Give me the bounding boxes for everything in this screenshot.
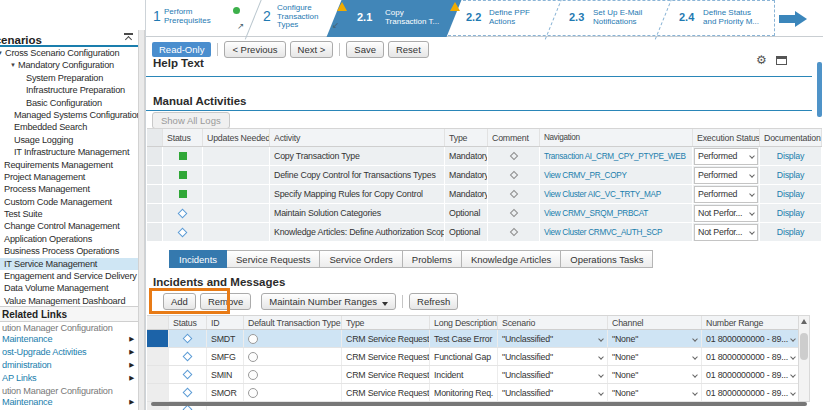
- tab-service-orders[interactable]: Service Orders: [320, 250, 402, 268]
- table-row[interactable]: Knowledge Articles: Define Authorization…: [147, 223, 822, 242]
- next-button[interactable]: Next >: [290, 41, 334, 58]
- row-selector-cell[interactable]: [147, 384, 169, 401]
- previous-button[interactable]: < Previous: [224, 41, 285, 58]
- scenario-dropdown[interactable]: "Unclassified": [498, 330, 608, 347]
- table-row[interactable]: SMOR CRM Service Request Monitoring Req.…: [147, 384, 799, 402]
- channel-dropdown[interactable]: "None": [608, 348, 702, 365]
- sidebar-item-basic-configuration[interactable]: Basic Configuration: [0, 97, 138, 109]
- column-header-documentation[interactable]: Documentation: [760, 129, 822, 146]
- display-link[interactable]: Display: [777, 151, 804, 161]
- column-header-status[interactable]: Status: [169, 316, 207, 329]
- table-row[interactable]: SMFG CRM Service Request Functional Gap …: [147, 348, 799, 366]
- column-header-id[interactable]: ID: [207, 316, 244, 329]
- default-transaction-type-radio[interactable]: [248, 352, 258, 362]
- column-header-status[interactable]: Status: [163, 129, 203, 146]
- sidebar-item-requirements-management[interactable]: Requirements Management: [0, 159, 138, 171]
- number-range-dropdown[interactable]: 01 8000000000 - 89...: [702, 330, 799, 347]
- sidebar-item-process-management[interactable]: Process Management: [0, 183, 138, 195]
- table-row[interactable]: Specify Mapping Rules for Copy Control M…: [147, 185, 822, 204]
- related-link-sap-links[interactable]: AP Links ▶: [0, 372, 138, 385]
- default-transaction-type-radio[interactable]: [248, 334, 258, 344]
- column-header-navigation[interactable]: Navigation: [540, 129, 693, 146]
- save-button[interactable]: Save: [346, 41, 384, 58]
- maintain-number-ranges-button[interactable]: Maintain Number Ranges: [261, 293, 396, 310]
- execution-status-dropdown[interactable]: Performed: [694, 148, 758, 165]
- step-2-3-number[interactable]: 2.3: [569, 11, 584, 23]
- sidebar-item-change-control-management[interactable]: Change Control Management: [0, 220, 138, 232]
- navigation-link[interactable]: View CRMV_SRQM_PRBCAT: [544, 209, 648, 218]
- execution-status-dropdown[interactable]: Performed: [694, 167, 758, 184]
- tab-operations-tasks[interactable]: Operations Tasks: [561, 250, 653, 268]
- tab-knowledge-articles[interactable]: Knowledge Articles: [462, 250, 561, 268]
- sidebar-item-business-process-operations[interactable]: Business Process Operations: [0, 245, 138, 257]
- page-scrollbar-thumb[interactable]: [817, 62, 822, 117]
- scenario-dropdown[interactable]: "Unclassified": [498, 348, 608, 365]
- column-header-type[interactable]: Type: [342, 316, 430, 329]
- execution-status-dropdown[interactable]: Performed: [694, 186, 758, 203]
- show-all-logs-button[interactable]: Show All Logs: [152, 112, 230, 129]
- column-header-number-range[interactable]: Number Range: [702, 316, 799, 329]
- related-link-administration[interactable]: dministration ▶: [0, 359, 138, 372]
- sidebar-item-project-management[interactable]: Project Management: [0, 171, 138, 183]
- next-steps-arrow-icon[interactable]: [779, 15, 795, 23]
- sidebar-item-application-operations[interactable]: Application Operations: [0, 233, 138, 245]
- table-row[interactable]: Maintain Solution Categories Optional Vi…: [147, 204, 822, 223]
- row-selector-cell[interactable]: [147, 366, 169, 383]
- collapse-panel-icon[interactable]: [124, 33, 133, 41]
- channel-dropdown[interactable]: "None": [608, 366, 702, 383]
- column-header-activity[interactable]: Activity: [270, 129, 445, 146]
- table-row-selected[interactable]: SMDT CRM Service Request Test Case Error…: [147, 330, 799, 348]
- tab-incidents[interactable]: Incidents: [169, 250, 227, 268]
- scenario-dropdown[interactable]: "Unclassified": [498, 384, 608, 401]
- navigation-link[interactable]: View CRMV_PR_COPY: [544, 171, 627, 180]
- step-2-4-number[interactable]: 2.4: [679, 11, 694, 23]
- execution-status-dropdown[interactable]: Not Perfor...: [694, 205, 758, 222]
- default-transaction-type-radio[interactable]: [248, 388, 258, 398]
- navigation-link[interactable]: View Cluster CRMVC_AUTH_SCP: [544, 228, 662, 237]
- column-header-default-transaction-type[interactable]: Default Transaction Type: [244, 316, 342, 329]
- row-selector-cell[interactable]: [147, 330, 169, 347]
- table-row[interactable]: Define Copy Control for Transactions Typ…: [147, 166, 822, 185]
- sidebar-item-system-preparation[interactable]: System Preparation: [0, 72, 138, 84]
- column-header-execution-status[interactable]: Execution Status: [693, 129, 760, 146]
- column-header-comment[interactable]: Comment: [488, 129, 540, 146]
- sidebar-item-engagement-and-service-delivery[interactable]: Engagement and Service Delivery: [0, 270, 138, 282]
- sidebar-item-usage-logging[interactable]: Usage Logging: [0, 134, 138, 146]
- related-link-solution-manager-configuration-maintenance-2[interactable]: ution Manager Configuration Maintenance …: [0, 385, 138, 409]
- sidebar-item-it-service-management[interactable]: IT Service Management: [0, 258, 138, 270]
- sidebar-scrollbar[interactable]: [138, 30, 145, 410]
- navigation-link[interactable]: View Cluster AIC_VC_TRTY_MAP: [544, 190, 661, 199]
- number-range-dropdown[interactable]: 01 8000000000 - 89...: [702, 348, 799, 365]
- refresh-button[interactable]: Refresh: [409, 293, 458, 310]
- sidebar-item-embedded-search[interactable]: Embedded Search: [0, 121, 138, 133]
- step-2-2-number[interactable]: 2.2: [466, 11, 481, 23]
- navigation-link[interactable]: Transaction AI_CRM_CPY_PTYPE_WEB: [544, 152, 686, 161]
- channel-dropdown[interactable]: "None": [608, 384, 702, 401]
- sidebar-item-cross-scenario-configuration[interactable]: ▼Cross Scenario Configuration: [0, 47, 138, 59]
- tab-problems[interactable]: Problems: [403, 250, 462, 268]
- sidebar-item-infrastructure-preparation[interactable]: Infrastructure Preparation: [0, 84, 138, 96]
- column-header-long-description[interactable]: Long Description: [430, 316, 498, 329]
- display-link[interactable]: Display: [777, 189, 804, 199]
- column-header-scenario[interactable]: Scenario: [498, 316, 608, 329]
- reset-button[interactable]: Reset: [388, 41, 429, 58]
- read-only-badge[interactable]: Read-Only: [152, 42, 211, 57]
- column-header-channel[interactable]: Channel: [608, 316, 702, 329]
- number-range-dropdown[interactable]: 01 8000000000 - 89...: [702, 366, 799, 383]
- display-link[interactable]: Display: [777, 208, 804, 218]
- next-steps-arrow-icon[interactable]: [795, 11, 807, 27]
- step-2-1-number[interactable]: 2.1: [357, 11, 372, 23]
- table-row[interactable]: SMIN CRM Service Request Incident "Uncla…: [147, 366, 799, 384]
- default-transaction-type-radio[interactable]: [248, 370, 258, 380]
- step-1-number[interactable]: 1: [153, 8, 161, 24]
- row-selector-cell[interactable]: [147, 348, 169, 365]
- substep-expand-icon[interactable]: ↗: [237, 21, 244, 31]
- sidebar-item-test-suite[interactable]: Test Suite: [0, 208, 138, 220]
- sidebar-item-it-infrastructure-management[interactable]: IT Infrastructure Management: [0, 146, 138, 158]
- column-header-type[interactable]: Type: [445, 129, 488, 146]
- sidebar-item-managed-systems-configuration[interactable]: Managed Systems Configuration: [0, 109, 138, 121]
- table-row[interactable]: Copy Transaction Type Mandatory Transact…: [147, 147, 822, 166]
- sidebar-item-data-volume-management[interactable]: Data Volume Management: [0, 282, 138, 294]
- number-range-dropdown[interactable]: 01 8000000000 - 89...: [702, 384, 799, 401]
- related-link-solution-manager-configuration-maintenance[interactable]: ution Manager Configuration Maintenance …: [0, 322, 138, 346]
